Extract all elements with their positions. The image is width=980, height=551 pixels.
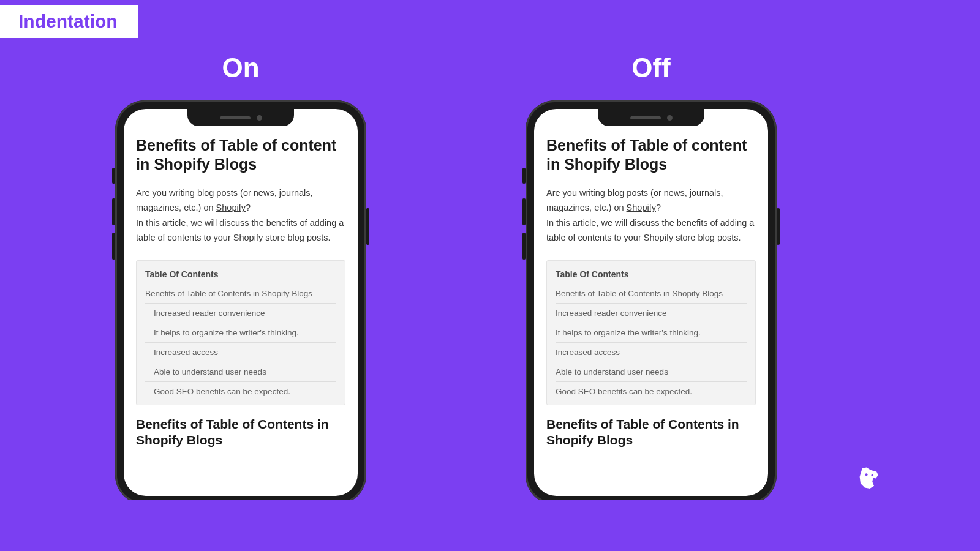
column-on: On Benefits of Table of content in Shopi… (115, 53, 366, 500)
phone-volume-down (112, 233, 115, 260)
shopify-link[interactable]: Shopify (627, 203, 656, 212)
phone-notch (187, 109, 294, 126)
feature-badge: Indentation (0, 5, 138, 38)
column-off: Off Benefits of Table of content in Shop… (526, 53, 777, 500)
toc-heading: Table Of Contents (145, 269, 336, 279)
toc-item[interactable]: Increased reader convenience (556, 304, 747, 323)
phone-volume-up (522, 198, 526, 225)
toc-list: Benefits of Table of Contents in Shopify… (145, 284, 336, 401)
toc-item[interactable]: Increased access (556, 343, 747, 362)
section-heading: Benefits of Table of Contents in Shopify… (136, 416, 345, 449)
table-of-contents: Table Of Contents Benefits of Table of C… (136, 260, 345, 405)
toc-list: Benefits of Table of Contents in Shopify… (556, 284, 747, 401)
phone-power-button (777, 208, 780, 245)
table-of-contents: Table Of Contents Benefits of Table of C… (546, 260, 756, 405)
article-content: Benefits of Table of content in Shopify … (124, 109, 358, 449)
phone-mute-switch (522, 168, 526, 184)
toc-item[interactable]: Good SEO benefits can be expected. (556, 382, 747, 401)
toc-item[interactable]: Increased access (145, 343, 336, 362)
comparison-columns: On Benefits of Table of content in Shopi… (0, 0, 892, 500)
toc-item[interactable]: Benefits of Table of Contents in Shopify… (556, 284, 747, 304)
phone-volume-up (112, 198, 115, 225)
shopify-link[interactable]: Shopify (216, 203, 246, 212)
article-title: Benefits of Table of content in Shopify … (546, 136, 756, 174)
phone-screen: Benefits of Table of content in Shopify … (534, 109, 768, 496)
toc-item[interactable]: Benefits of Table of Contents in Shopify… (145, 284, 336, 304)
phone-mock-on: Benefits of Table of content in Shopify … (115, 100, 366, 500)
toc-item[interactable]: Able to understand user needs (145, 362, 336, 382)
article-content: Benefits of Table of content in Shopify … (534, 109, 768, 449)
phone-power-button (366, 208, 369, 245)
toc-item[interactable]: It helps to organize the writer's thinki… (556, 323, 747, 343)
intro-text-b: ? (656, 203, 661, 212)
phone-volume-down (522, 233, 526, 260)
phone-screen: Benefits of Table of content in Shopify … (124, 109, 358, 496)
toc-heading: Table Of Contents (556, 269, 747, 279)
toc-item[interactable]: Good SEO benefits can be expected. (145, 382, 336, 401)
article-intro: Are you writing blog posts (or news, jou… (546, 186, 756, 246)
brand-dog-icon (854, 464, 881, 491)
article-intro: Are you writing blog posts (or news, jou… (136, 186, 345, 246)
phone-mock-off: Benefits of Table of content in Shopify … (526, 100, 777, 500)
intro-text-c: In this article, we will discuss the ben… (136, 218, 344, 243)
intro-text-c: In this article, we will discuss the ben… (546, 218, 754, 243)
column-label-on: On (222, 53, 259, 83)
toc-item[interactable]: Able to understand user needs (556, 362, 747, 382)
column-label-off: Off (631, 53, 671, 83)
article-title: Benefits of Table of content in Shopify … (136, 136, 345, 174)
intro-text-b: ? (246, 203, 251, 212)
phone-notch (598, 109, 704, 126)
section-heading: Benefits of Table of Contents in Shopify… (546, 416, 756, 449)
toc-item[interactable]: It helps to organize the writer's thinki… (145, 323, 336, 343)
phone-mute-switch (112, 168, 115, 184)
toc-item[interactable]: Increased reader convenience (145, 304, 336, 323)
